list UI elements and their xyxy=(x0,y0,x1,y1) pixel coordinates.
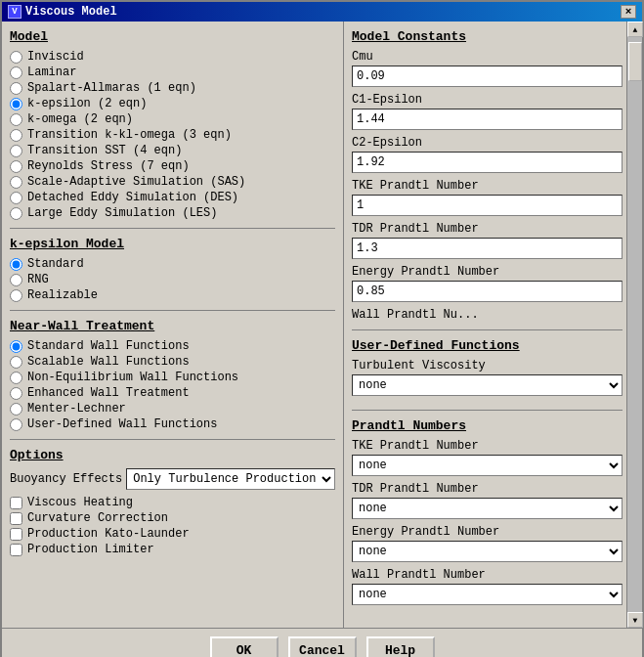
scroll-down-arrow[interactable]: ▼ xyxy=(627,612,643,628)
checkbox-viscous-heating-input[interactable] xyxy=(10,497,22,509)
prandtl-energy-label: Energy Prandtl Number xyxy=(352,525,623,539)
checkbox-production-kato-input[interactable] xyxy=(10,528,22,541)
radio-sas-label: Scale-Adaptive Simulation (SAS) xyxy=(27,175,245,189)
constant-tdr-prandtl-input[interactable] xyxy=(352,238,623,259)
radio-standard-input[interactable] xyxy=(10,258,22,271)
turbulent-viscosity-label: Turbulent Viscosity xyxy=(352,359,623,372)
prandtl-wall-field: Wall Prandtl Number none xyxy=(352,568,623,611)
checkbox-curvature[interactable]: Curvature Correction xyxy=(10,511,335,525)
radio-kepsilon-label: k-epsilon (2 eqn) xyxy=(27,97,147,110)
radio-rng-input[interactable] xyxy=(10,274,22,286)
radio-menter-label: Menter-Lechner xyxy=(27,402,126,416)
radio-user-wall[interactable]: User-Defined Wall Functions xyxy=(10,417,335,431)
radio-les[interactable]: Large Eddy Simulation (LES) xyxy=(10,206,335,220)
dialog-content: Model Inviscid Laminar Spalart-Allmaras … xyxy=(2,22,642,628)
radio-transition-sst-input[interactable] xyxy=(10,145,22,157)
scroll-track xyxy=(627,37,642,612)
radio-user-wall-input[interactable] xyxy=(10,418,22,431)
close-button[interactable]: × xyxy=(621,5,636,19)
radio-inviscid[interactable]: Inviscid xyxy=(10,50,335,64)
radio-transition-kklomega-input[interactable] xyxy=(10,129,22,142)
constant-tke-prandtl-input[interactable] xyxy=(352,195,623,216)
radio-sas-input[interactable] xyxy=(10,176,22,189)
radio-spalart-label: Spalart-Allmaras (1 eqn) xyxy=(27,81,196,95)
checkbox-production-kato[interactable]: Production Kato-Launder xyxy=(10,527,335,541)
scroll-thumb[interactable] xyxy=(628,42,642,81)
radio-les-input[interactable] xyxy=(10,207,22,220)
kepsilon-radio-group: Standard RNG Realizable xyxy=(10,257,335,302)
radio-spalart-input[interactable] xyxy=(10,82,22,95)
radio-realizable-label: Realizable xyxy=(27,288,98,302)
radio-inviscid-input[interactable] xyxy=(10,51,22,64)
udf-section-title: User-Defined Functions xyxy=(352,338,623,353)
radio-scalable-wall-input[interactable] xyxy=(10,356,22,369)
options-section-title: Options xyxy=(10,448,335,462)
radio-std-wall[interactable]: Standard Wall Functions xyxy=(10,339,335,353)
ok-button[interactable]: OK xyxy=(210,636,279,657)
radio-laminar[interactable]: Laminar xyxy=(10,66,335,79)
dialog-title: Viscous Model xyxy=(25,5,117,19)
constant-cmu-input[interactable] xyxy=(352,66,623,87)
radio-komega-input[interactable] xyxy=(10,113,22,126)
options-checkbox-group: Viscous Heating Curvature Correction Pro… xyxy=(10,496,335,556)
title-bar: V Viscous Model × xyxy=(2,2,642,22)
radio-laminar-input[interactable] xyxy=(10,66,22,79)
radio-kepsilon-input[interactable] xyxy=(10,98,22,110)
kepsilon-section-title: k-epsilon Model xyxy=(10,237,335,251)
checkbox-viscous-heating[interactable]: Viscous Heating xyxy=(10,496,335,509)
turbulent-viscosity-select[interactable]: none xyxy=(352,374,623,396)
radio-enhanced-wall-input[interactable] xyxy=(10,387,22,400)
scroll-up-arrow[interactable]: ▲ xyxy=(627,22,643,37)
radio-reynolds[interactable]: Reynolds Stress (7 eqn) xyxy=(10,159,335,173)
radio-spalart[interactable]: Spalart-Allmaras (1 eqn) xyxy=(10,81,335,95)
bottom-bar: OK Cancel Help xyxy=(2,628,642,657)
constant-c1epsilon-input[interactable] xyxy=(352,109,623,130)
radio-scalable-wall[interactable]: Scalable Wall Functions xyxy=(10,355,335,369)
radio-transition-kklomega[interactable]: Transition k-kl-omega (3 eqn) xyxy=(10,128,335,142)
radio-non-eq-wall-label: Non-Equilibrium Wall Functions xyxy=(27,371,238,384)
radio-rng[interactable]: RNG xyxy=(10,273,335,286)
constant-tke-prandtl: TKE Prandtl Number xyxy=(352,179,623,222)
radio-komega[interactable]: k-omega (2 eqn) xyxy=(10,112,335,126)
radio-transition-sst[interactable]: Transition SST (4 eqn) xyxy=(10,144,335,157)
radio-kepsilon[interactable]: k-epsilon (2 eqn) xyxy=(10,97,335,110)
checkbox-production-limiter[interactable]: Production Limiter xyxy=(10,543,335,556)
radio-des[interactable]: Detached Eddy Simulation (DES) xyxy=(10,191,335,204)
radio-realizable-input[interactable] xyxy=(10,289,22,302)
buoyancy-select[interactable]: Only Turbulence Production Full Buoyancy… xyxy=(126,468,335,490)
radio-des-input[interactable] xyxy=(10,192,22,204)
checkbox-curvature-input[interactable] xyxy=(10,512,22,525)
prandtl-tdr-select[interactable]: none xyxy=(352,498,623,519)
checkbox-production-limiter-input[interactable] xyxy=(10,544,22,556)
radio-rng-label: RNG xyxy=(27,273,49,286)
help-button[interactable]: Help xyxy=(366,636,435,657)
radio-non-eq-wall-input[interactable] xyxy=(10,372,22,384)
radio-enhanced-wall[interactable]: Enhanced Wall Treatment xyxy=(10,386,335,400)
prandtl-wall-select[interactable]: none xyxy=(352,584,623,605)
radio-les-label: Large Eddy Simulation (LES) xyxy=(27,206,217,220)
radio-standard[interactable]: Standard xyxy=(10,257,335,271)
radio-komega-label: k-omega (2 eqn) xyxy=(27,112,133,126)
constant-energy-prandtl-input[interactable] xyxy=(352,281,623,302)
constant-c1epsilon: C1-Epsilon xyxy=(352,93,623,136)
checkbox-curvature-label: Curvature Correction xyxy=(27,511,168,525)
radio-realizable[interactable]: Realizable xyxy=(10,288,335,302)
buoyancy-label: Buoyancy Effects xyxy=(10,472,122,486)
radio-sas[interactable]: Scale-Adaptive Simulation (SAS) xyxy=(10,175,335,189)
constant-c2epsilon-input[interactable] xyxy=(352,152,623,173)
constant-tdr-prandtl-label: TDR Prandtl Number xyxy=(352,222,623,236)
constant-c1epsilon-label: C1-Epsilon xyxy=(352,93,623,107)
radio-menter-input[interactable] xyxy=(10,403,22,416)
right-panel: Model Constants Cmu C1-Epsilon C2-Epsilo… xyxy=(344,22,642,628)
prandtl-tdr-field: TDR Prandtl Number none xyxy=(352,482,623,525)
radio-std-wall-input[interactable] xyxy=(10,340,22,353)
cancel-button[interactable]: Cancel xyxy=(288,636,357,657)
radio-std-wall-label: Standard Wall Functions xyxy=(27,339,190,353)
constant-energy-prandtl-label: Energy Prandtl Number xyxy=(352,265,623,279)
radio-non-eq-wall[interactable]: Non-Equilibrium Wall Functions xyxy=(10,371,335,384)
dialog-icon: V xyxy=(8,5,21,19)
radio-menter[interactable]: Menter-Lechner xyxy=(10,402,335,416)
prandtl-energy-select[interactable]: none xyxy=(352,541,623,562)
radio-reynolds-input[interactable] xyxy=(10,160,22,173)
prandtl-tke-select[interactable]: none xyxy=(352,455,623,476)
